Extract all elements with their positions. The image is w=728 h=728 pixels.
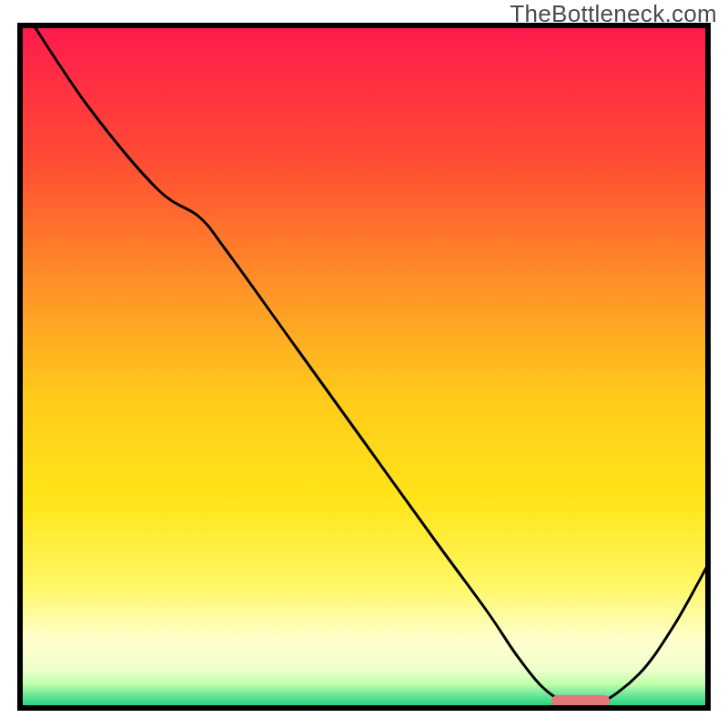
plot-area xyxy=(20,25,708,708)
bottleneck-chart: TheBottleneck.com xyxy=(0,0,728,728)
chart-svg xyxy=(0,0,728,728)
gradient-background xyxy=(20,25,708,708)
watermark-text: TheBottleneck.com xyxy=(510,0,717,28)
